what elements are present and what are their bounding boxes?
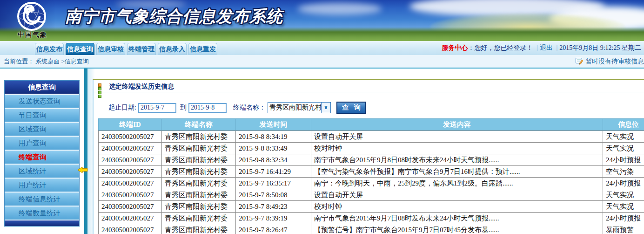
history-table: 终端ID终端名称发送时间发送内容信息位 240305002005027青秀区南阳… [98, 118, 644, 234]
table-row: 240305002005027青秀区南阳新光村委2015-9-7 8:39:19… [99, 213, 644, 224]
cell-send-time: 2015-9-7 8:39:19 [236, 213, 311, 224]
cell-terminal-name: 青秀区南阳新光村委 [162, 178, 236, 189]
cell-terminal-name: 青秀区南阳新光村委 [162, 224, 236, 234]
sidebar-item-发送状态查询[interactable]: 发送状态查询 [5, 95, 79, 108]
cell-send-time: 2015-9-8 8:34:19 [236, 131, 311, 143]
main-nav-bar: 信息发布信息查询信息审核终端管理信息录入信息重发 服务中心：您好，您已经登录！ … [0, 41, 644, 55]
cell-terminal-id: 240305002005027 [99, 213, 162, 224]
table-row: 240305002005027青秀区南阳新光村委2015-9-7 8:50:08… [99, 189, 644, 201]
logo-caption: 中国气象 [9, 31, 56, 39]
cell-terminal-name: 青秀区南阳新光村委 [162, 131, 236, 143]
cell-send-content: 南宁市气象台2015年9月7日08时发布未来24小时天气预报...... [311, 213, 603, 224]
content-panel: 选定终端发送历史信息 起止日期: 到 终端名称： 青秀区南阳新光村委 ∨ 查 询… [93, 79, 644, 234]
breadcrumb-label: 当前位置： [4, 58, 34, 65]
table-row: 240305002005027青秀区南阳新光村委2015-9-8 8:32:34… [99, 154, 644, 166]
cloud-decoration [298, 3, 382, 15]
cell-send-time: 2015-9-7 8:50:08 [236, 189, 311, 201]
chevron-down-icon[interactable]: ∨ [321, 103, 330, 113]
breadcrumb-row: 当前位置： 系统桌面 >信息查询 暂时没有待审核信息 [0, 55, 644, 69]
breadcrumb-separator: > [61, 58, 65, 65]
sidebar-item-用户统计[interactable]: 用户统计 [5, 179, 79, 192]
cell-terminal-id: 240305002005027 [99, 178, 162, 189]
cell-info-slot: 24小时预报 [603, 154, 644, 166]
tab-信息查询[interactable]: 信息查询 [66, 43, 94, 55]
col-header-info-slot: 信息位 [603, 119, 644, 131]
cell-terminal-name: 青秀区南阳新光村委 [162, 166, 236, 178]
sidebar-footer [5, 220, 79, 226]
tab-信息重发[interactable]: 信息重发 [188, 43, 217, 55]
cell-terminal-id: 240305002005027 [99, 154, 162, 166]
sidebar-item-区域查询[interactable]: 区域查询 [5, 123, 79, 136]
sidebar-item-终端数量统计[interactable]: 终端数量统计 [5, 206, 79, 220]
audit-notice-text: 暂时没有待审核信息 [585, 58, 644, 65]
cell-send-time: 2015-9-8 8:32:34 [236, 154, 311, 166]
breadcrumb-current: 信息查询 [65, 58, 89, 65]
table-body: 240305002005027青秀区南阳新光村委2015-9-8 8:34:19… [99, 131, 644, 234]
table-header-row: 终端ID终端名称发送时间发送内容信息位 [99, 119, 644, 131]
cell-info-slot: 24小时预报 [603, 213, 644, 224]
tab-信息录入[interactable]: 信息录入 [158, 43, 187, 55]
cell-send-content: 【空气污染气象条件预报】南宁市气象台9月7日16时提供：预计...... [311, 166, 603, 178]
query-button[interactable]: 查 询 [336, 102, 366, 114]
cell-terminal-name: 青秀区南阳新光村委 [162, 189, 236, 201]
separator: | [537, 44, 538, 51]
service-status: 服务中心：您好，您已经登录！ |退出 |2015年9月8日 9:12:25 星期… [442, 41, 641, 55]
logout-link[interactable]: 退出 [540, 44, 553, 51]
cell-terminal-name: 青秀区南阳新光村委 [162, 201, 236, 213]
separator: | [556, 44, 557, 51]
collapse-sidebar-arrow-icon[interactable] [77, 166, 88, 173]
cell-send-time: 2015-9-7 16:41:29 [236, 166, 311, 178]
cell-send-time: 2015-9-7 8:26:47 [236, 224, 311, 234]
sidebar-item-终端查询[interactable]: 终端查询 [5, 151, 79, 164]
sidebar-menu: 信息查询 发送状态查询节目查询区域查询用户查询终端查询区域统计用户统计终端信息统… [4, 80, 80, 227]
login-greeting: ：您好，您已经登录！ [468, 44, 533, 51]
sidebar-item-用户查询[interactable]: 用户查询 [5, 137, 79, 150]
date-from-input[interactable] [138, 103, 176, 113]
col-header-terminal-id: 终端ID [99, 119, 162, 131]
tab-终端管理[interactable]: 终端管理 [127, 43, 156, 55]
cell-send-content: 南宁：今晚到明天，中雨，25到29度，偏东风1到2级。白露踏...... [311, 178, 603, 189]
col-header-send-content: 发送内容 [311, 119, 603, 131]
panel-title: 选定终端发送历史信息 [109, 83, 174, 90]
cell-send-content: 【预警信号】南宁市气象台2015年9月7日07时45分发布暴...... [311, 224, 603, 234]
terminal-select[interactable]: 青秀区南阳新光村委 ∨ [268, 102, 331, 113]
date-to-input[interactable] [188, 103, 227, 113]
cell-info-slot: 天气实况 [603, 131, 644, 143]
cell-terminal-name: 青秀区南阳新光村委 [162, 154, 236, 166]
sidebar-item-终端信息统计[interactable]: 终端信息统计 [5, 193, 79, 206]
table-row: 240305002005027青秀区南阳新光村委2015-9-8 8:34:19… [99, 131, 644, 143]
page-title: 南宁市气象综合信息发布系统 [65, 6, 283, 28]
cell-send-time: 2015-9-8 8:33:49 [236, 143, 311, 154]
cell-send-content: 设置自动开关屏 [311, 189, 603, 201]
breadcrumb: 当前位置： 系统桌面 >信息查询 [4, 55, 89, 68]
sidebar-title: 信息查询 [5, 81, 79, 94]
sidebar-item-节目查询[interactable]: 节目查询 [5, 109, 79, 122]
sidebar-item-区域统计[interactable]: 区域统计 [5, 165, 79, 178]
col-header-send-time: 发送时间 [236, 119, 311, 131]
note-pencil-icon [576, 58, 584, 65]
tab-信息审核[interactable]: 信息审核 [96, 43, 125, 55]
cell-terminal-id: 240305002005027 [99, 189, 162, 201]
cell-info-slot: 天气实况 [603, 143, 644, 154]
table-row: 240305002005027青秀区南阳新光村委2015-9-8 8:33:49… [99, 143, 644, 154]
table-row: 240305002005027青秀区南阳新光村委2015-9-7 8:49:23… [99, 201, 644, 213]
col-header-terminal-name: 终端名称 [162, 119, 236, 131]
sidebar-divider [84, 69, 87, 234]
cell-send-content: 校对时钟 [311, 201, 603, 213]
audit-notice: 暂时没有待审核信息 [576, 55, 644, 68]
breadcrumb-root[interactable]: 系统桌面 [35, 58, 60, 65]
tab-信息发布[interactable]: 信息发布 [35, 43, 64, 55]
panel-title-row: 选定终端发送历史信息 [94, 80, 644, 92]
terminal-name-label: 终端名称： [233, 103, 266, 112]
app-window: 中国气象 南宁市气象综合信息发布系统 信息发布信息查询信息审核终端管理信息录入信… [0, 0, 644, 234]
datetime-display: 2015年9月8日 9:12:25 星期二 [559, 44, 641, 51]
sidebar-items: 发送状态查询节目查询区域查询用户查询终端查询区域统计用户统计终端信息统计终端数量… [5, 95, 79, 220]
cell-terminal-name: 青秀区南阳新光村委 [162, 143, 236, 154]
cell-info-slot: 天气实况 [603, 201, 644, 213]
nav-tabs: 信息发布信息查询信息审核终端管理信息录入信息重发 [35, 41, 219, 55]
cell-send-content: 校对时钟 [311, 143, 603, 154]
cell-info-slot: 暴雨预警 [603, 224, 644, 234]
date-range-label: 起止日期: [108, 103, 136, 112]
query-form: 起止日期: 到 终端名称： 青秀区南阳新光村委 ∨ 查 询 [108, 102, 644, 114]
cell-terminal-name: 青秀区南阳新光村委 [162, 213, 236, 224]
